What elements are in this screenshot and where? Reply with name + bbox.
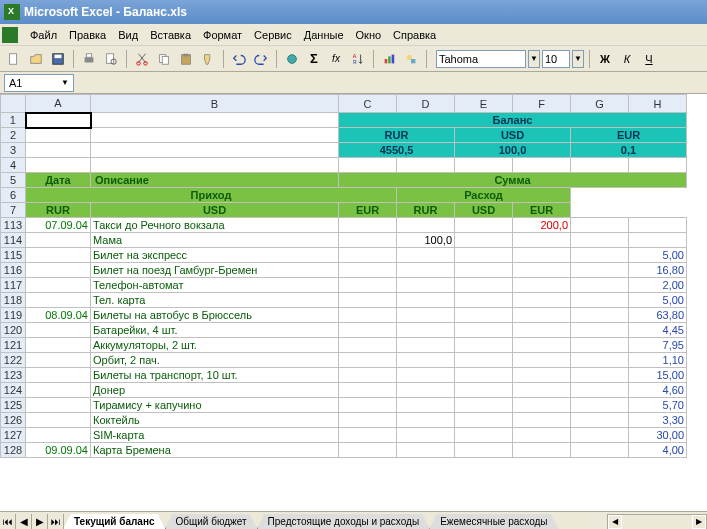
cell[interactable] <box>26 248 91 263</box>
cell[interactable] <box>455 443 513 458</box>
open-icon[interactable] <box>26 49 46 69</box>
drawing-icon[interactable] <box>401 49 421 69</box>
cell[interactable] <box>571 353 629 368</box>
cell[interactable] <box>571 443 629 458</box>
col-header-F[interactable]: F <box>513 95 571 113</box>
cell[interactable]: EUR <box>339 203 397 218</box>
cell[interactable] <box>339 293 397 308</box>
cell[interactable] <box>26 428 91 443</box>
menu-Данные[interactable]: Данные <box>298 27 350 43</box>
cell[interactable] <box>571 398 629 413</box>
spreadsheet-grid[interactable]: ABCDEFGH1Баланс2RURUSDEUR34550,5100,00,1… <box>0 94 707 511</box>
cell[interactable] <box>571 428 629 443</box>
cell[interactable] <box>397 368 455 383</box>
cell[interactable] <box>26 233 91 248</box>
cell[interactable] <box>455 308 513 323</box>
cell[interactable] <box>629 218 687 233</box>
cell[interactable]: Расход <box>397 188 571 203</box>
cell[interactable] <box>455 293 513 308</box>
cell[interactable]: Батарейки, 4 шт. <box>91 323 339 338</box>
cell[interactable] <box>571 158 629 173</box>
cell[interactable] <box>571 233 629 248</box>
cell[interactable] <box>397 308 455 323</box>
cell[interactable] <box>513 353 571 368</box>
cell[interactable] <box>339 263 397 278</box>
name-box-dropdown-icon[interactable]: ▼ <box>61 78 69 87</box>
cell[interactable] <box>455 248 513 263</box>
row-header[interactable]: 128 <box>1 443 26 458</box>
cell[interactable] <box>455 428 513 443</box>
row-header[interactable]: 122 <box>1 353 26 368</box>
cell[interactable] <box>455 323 513 338</box>
cell[interactable] <box>571 278 629 293</box>
cell[interactable]: 200,0 <box>513 218 571 233</box>
cell[interactable] <box>571 218 629 233</box>
cell[interactable] <box>339 428 397 443</box>
tab-nav-prev-icon[interactable]: ◀ <box>16 514 32 530</box>
cell[interactable]: Сумма <box>339 173 687 188</box>
cell[interactable] <box>397 263 455 278</box>
cell[interactable] <box>513 233 571 248</box>
cell[interactable] <box>571 383 629 398</box>
cell[interactable] <box>571 338 629 353</box>
col-header-H[interactable]: H <box>629 95 687 113</box>
cell[interactable]: USD <box>455 203 513 218</box>
cell[interactable] <box>455 233 513 248</box>
cell[interactable] <box>571 248 629 263</box>
cell[interactable] <box>397 383 455 398</box>
cell[interactable] <box>26 398 91 413</box>
cell[interactable] <box>26 383 91 398</box>
cell[interactable] <box>455 368 513 383</box>
cell[interactable] <box>513 443 571 458</box>
cell[interactable] <box>397 248 455 263</box>
cell[interactable] <box>455 158 513 173</box>
cell[interactable] <box>455 413 513 428</box>
row-header[interactable]: 127 <box>1 428 26 443</box>
cell[interactable]: USD <box>91 203 339 218</box>
cell[interactable] <box>455 383 513 398</box>
cell[interactable]: Билеты на транспорт, 10 шт. <box>91 368 339 383</box>
cell[interactable]: 07.09.04 <box>26 218 91 233</box>
cell[interactable]: 4,45 <box>629 323 687 338</box>
font-name-dropdown-icon[interactable]: ▼ <box>528 50 540 68</box>
cell[interactable] <box>26 263 91 278</box>
row-header[interactable]: 120 <box>1 323 26 338</box>
sheet-tab[interactable]: Ежемесячные расходы <box>429 514 558 530</box>
cell[interactable] <box>571 413 629 428</box>
format-painter-icon[interactable] <box>198 49 218 69</box>
cell[interactable] <box>91 113 339 128</box>
row-header[interactable]: 113 <box>1 218 26 233</box>
paste-icon[interactable] <box>176 49 196 69</box>
cell[interactable] <box>26 293 91 308</box>
cell[interactable]: Орбит, 2 пач. <box>91 353 339 368</box>
cell[interactable] <box>26 338 91 353</box>
row-header[interactable]: 5 <box>1 173 26 188</box>
tab-nav-last-icon[interactable]: ⏭ <box>48 514 64 530</box>
row-header[interactable]: 121 <box>1 338 26 353</box>
row-header[interactable]: 117 <box>1 278 26 293</box>
cell[interactable]: 3,30 <box>629 413 687 428</box>
cut-icon[interactable] <box>132 49 152 69</box>
row-header[interactable]: 6 <box>1 188 26 203</box>
hyperlink-icon[interactable] <box>282 49 302 69</box>
row-header[interactable]: 125 <box>1 398 26 413</box>
row-header[interactable]: 114 <box>1 233 26 248</box>
cell[interactable] <box>455 218 513 233</box>
cell[interactable] <box>91 158 339 173</box>
menu-Окно[interactable]: Окно <box>350 27 388 43</box>
cell[interactable] <box>397 338 455 353</box>
cell[interactable] <box>26 413 91 428</box>
cell[interactable] <box>513 413 571 428</box>
row-header[interactable]: 118 <box>1 293 26 308</box>
cell[interactable] <box>26 278 91 293</box>
cell[interactable]: Мама <box>91 233 339 248</box>
cell[interactable]: EUR <box>513 203 571 218</box>
cell[interactable]: Коктейль <box>91 413 339 428</box>
cell[interactable]: Телефон-автомат <box>91 278 339 293</box>
autosum-icon[interactable]: Σ <box>304 49 324 69</box>
cell[interactable]: 7,95 <box>629 338 687 353</box>
cell[interactable]: 4,60 <box>629 383 687 398</box>
cell[interactable]: RUR <box>397 203 455 218</box>
print-icon[interactable] <box>79 49 99 69</box>
cell[interactable]: Описание <box>91 173 339 188</box>
